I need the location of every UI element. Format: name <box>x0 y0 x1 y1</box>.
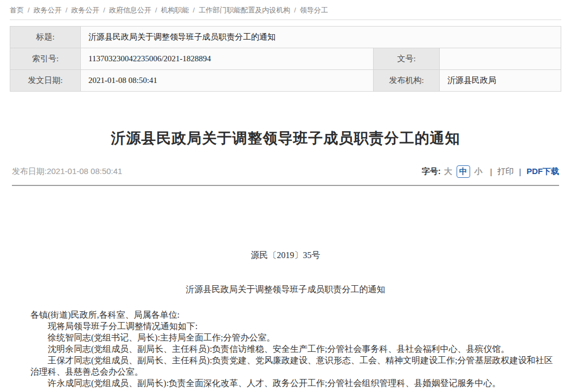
breadcrumb-separator: / <box>28 6 30 14</box>
tool-divider: | <box>490 168 492 176</box>
article-tools: 字号: 大 中 小 | 打印 | PDF下载 <box>422 165 559 178</box>
breadcrumb: 首页/政务公开/政务公开/政府信息公开/机构职能/工作部门职能配置及内设机构/领… <box>10 0 561 20</box>
tool-divider: | <box>519 168 521 176</box>
breadcrumb-separator: / <box>66 6 68 14</box>
publish-date-value: 2021-01-08 08:50:41 <box>47 166 122 176</box>
breadcrumb-separator: / <box>193 6 195 14</box>
table-row: 标题: 沂源县民政局关于调整领导班子成员职责分工的通知 <box>10 27 561 48</box>
index-value-cell: 113703230042235006/2021-1828894 <box>81 48 374 70</box>
paragraph-intro: 现将局领导班子分工调整情况通知如下: <box>30 320 560 332</box>
breadcrumb-home[interactable]: 首页 <box>10 6 24 14</box>
table-row: 索引号: 113703230042235006/2021-1828894 文号: <box>10 48 561 70</box>
breadcrumb-leadership[interactable]: 领导分工 <box>300 6 328 14</box>
pdf-download-button[interactable]: PDF下载 <box>527 166 559 177</box>
breadcrumb-separator: / <box>103 6 105 14</box>
fontsize-label: 字号: <box>422 166 441 177</box>
paragraph-xutongzhi: 徐统智同志(党组书记、局长):主持局全面工作;分管办公室。 <box>30 332 560 343</box>
document-body: 各镇(街道)民政所,各科室、局属各单位: 现将局领导班子分工调整情况通知如下: … <box>10 309 561 389</box>
header-divider <box>12 185 559 186</box>
document-number: 源民〔2019〕35号 <box>10 250 561 261</box>
docnum-label-cell: 文号: <box>374 48 440 70</box>
docnum-value-cell <box>440 48 561 70</box>
publish-date-label: 发布日期: <box>12 166 47 176</box>
paragraph-salutation: 各镇(街道)民政所,各科室、局属各单位: <box>30 309 560 320</box>
title-label-cell: 标题: <box>10 27 81 48</box>
paragraph-xuyongcheng: 许永成同志(党组成员、副局长):负责全面深化改革、人才、政务公开工作;分管社会组… <box>30 377 560 389</box>
date-label-cell: 发文日期: <box>10 70 81 92</box>
index-label-cell: 索引号: <box>10 48 81 70</box>
agency-value-cell: 沂源县民政局 <box>440 70 561 92</box>
date-value-cell: 2021-01-08 08:50:41 <box>81 70 374 92</box>
breadcrumb-dept-config[interactable]: 工作部门职能配置及内设机构 <box>198 6 290 14</box>
document-meta-table: 标题: 沂源县民政局关于调整领导班子成员职责分工的通知 索引号: 1137032… <box>10 26 561 92</box>
breadcrumb-separator: / <box>155 6 157 14</box>
breadcrumb-zhengwu-2[interactable]: 政务公开 <box>71 6 99 14</box>
breadcrumb-functions[interactable]: 机构职能 <box>161 6 189 14</box>
page: 首页/政务公开/政务公开/政府信息公开/机构职能/工作部门职能配置及内设机构/领… <box>0 0 571 389</box>
fontsize-large-button[interactable]: 大 <box>444 166 452 177</box>
breadcrumb-gov-info[interactable]: 政府信息公开 <box>109 6 151 14</box>
agency-label-cell: 发布机构: <box>374 70 440 92</box>
print-button[interactable]: 打印 <box>497 166 514 177</box>
breadcrumb-separator: / <box>294 6 296 14</box>
fontsize-small-button[interactable]: 小 <box>474 166 483 177</box>
document-content: 源民〔2019〕35号 沂源县民政局关于调整领导班子成员职责分工的通知 各镇(街… <box>10 250 561 389</box>
paragraph-wangbaocai: 王保才同志(党组成员、副局长、主任科员):负责党建、党风廉政建设、意识形态、工会… <box>30 355 560 377</box>
paragraph-shenmingyu: 沈明余同志(党组成员、副局长、主任科员):负责信访维稳、安全生产工作;分管社会事… <box>30 343 560 355</box>
table-row: 发文日期: 2021-01-08 08:50:41 发布机构: 沂源县民政局 <box>10 70 561 92</box>
title-value-cell: 沂源县民政局关于调整领导班子成员职责分工的通知 <box>81 27 561 48</box>
article-meta-row: 发布日期:2021-01-08 08:50:41 字号: 大 中 小 | 打印 … <box>10 165 561 178</box>
page-title: 沂源县民政局关于调整领导班子成员职责分工的通知 <box>10 128 561 148</box>
fontsize-medium-button[interactable]: 中 <box>457 165 470 178</box>
document-title: 沂源县民政局关于调整领导班子成员职责分工的通知 <box>10 284 561 295</box>
breadcrumb-zhengwu-1[interactable]: 政务公开 <box>34 6 62 14</box>
publish-date: 发布日期:2021-01-08 08:50:41 <box>12 166 122 177</box>
